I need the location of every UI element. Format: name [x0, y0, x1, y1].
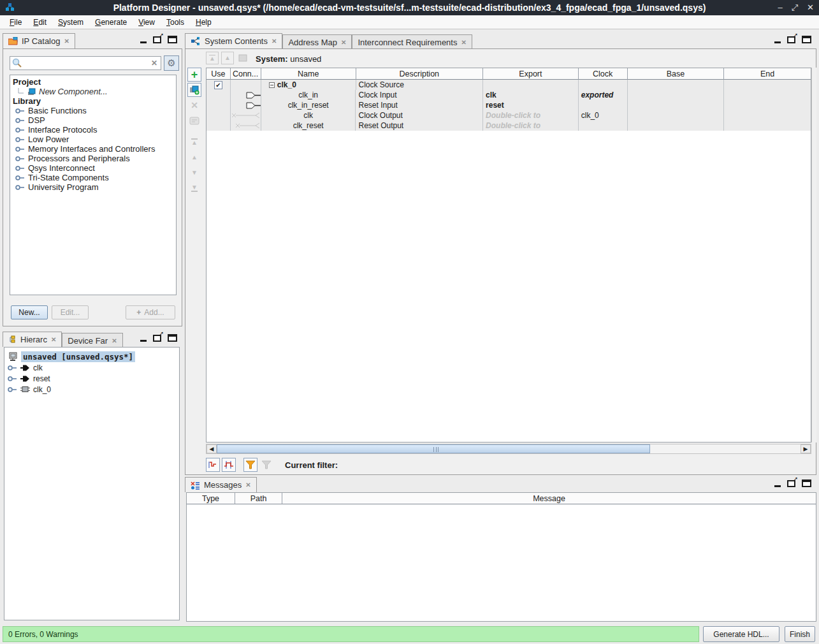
table-row-clk0[interactable]: ✔ clk_0 Clock Source — [207, 80, 811, 90]
search-settings-button[interactable]: ⚙ — [164, 55, 179, 71]
clock-cell[interactable] — [579, 80, 628, 90]
end-cell[interactable] — [724, 121, 811, 131]
input-port-icon[interactable] — [246, 102, 261, 109]
edit-button[interactable]: Edit... — [52, 305, 89, 319]
export-cell[interactable] — [483, 80, 579, 90]
use-cell[interactable] — [207, 90, 231, 100]
hierarchy-maximize-icon[interactable] — [168, 334, 177, 342]
conn-cell[interactable] — [231, 80, 261, 90]
move-top-button[interactable]: ▲ — [187, 135, 201, 149]
input-port-icon[interactable] — [246, 92, 261, 99]
system-contents-minimize-icon[interactable] — [774, 41, 781, 43]
add-button[interactable]: + Add... — [126, 305, 175, 319]
messages-minimize-icon[interactable] — [774, 485, 781, 487]
table-row-clk-in[interactable]: clk_in Clock Input clk exported — [207, 90, 811, 100]
collapse-box-icon[interactable] — [269, 82, 275, 88]
conn-cell[interactable] — [231, 100, 261, 110]
tab-device-family-close-icon[interactable]: ✕ — [112, 337, 117, 344]
close-window-icon[interactable]: ✕ — [807, 0, 814, 15]
col-use[interactable]: Use — [207, 68, 231, 80]
base-cell[interactable] — [628, 121, 725, 131]
tree-item-processors[interactable]: Processors and Peripherals — [10, 154, 176, 163]
tree-item-low-power[interactable]: Low Power — [10, 135, 176, 144]
conn-cell[interactable] — [231, 90, 261, 100]
move-up-button[interactable]: ▲ — [187, 150, 201, 165]
search-clear-icon[interactable]: ✕ — [151, 59, 157, 68]
unconnected-wire-icon[interactable] — [231, 122, 260, 129]
tab-ip-catalog[interactable]: IP Catalog ✕ — [3, 33, 75, 48]
clock-cell[interactable] — [579, 121, 628, 131]
end-cell[interactable] — [724, 110, 811, 121]
use-cell[interactable] — [207, 110, 231, 121]
table-row-clk[interactable]: clk Clock Output Double-click to clk_0 — [207, 110, 811, 121]
menu-help[interactable]: Help — [190, 17, 217, 28]
end-cell[interactable] — [724, 90, 811, 100]
base-cell[interactable] — [628, 90, 725, 100]
move-bottom-button[interactable]: ▼ — [187, 181, 201, 195]
system-contents-maximize-icon[interactable] — [802, 36, 811, 43]
base-cell[interactable] — [628, 80, 725, 90]
hierarchy-root-item[interactable]: unsaved [unsaved.qsys*] — [4, 351, 179, 362]
remove-component-button[interactable]: ✕ — [187, 98, 201, 112]
tree-item-tri-state[interactable]: Tri-State Components — [10, 173, 176, 182]
generate-hdl-button[interactable]: Generate HDL... — [703, 626, 779, 642]
filter-button[interactable] — [243, 458, 257, 472]
col-type[interactable]: Type — [187, 493, 235, 504]
col-export[interactable]: Export — [483, 68, 579, 80]
col-description[interactable]: Description — [356, 68, 484, 80]
unconnected-wire-icon[interactable] — [231, 112, 260, 119]
tab-address-map[interactable]: Address Map ✕ — [282, 34, 352, 50]
move-down-button[interactable]: ▼ — [187, 166, 201, 180]
clear-filter-button[interactable] — [259, 458, 273, 472]
horizontal-scrollbar[interactable]: ◀ ▶ — [206, 444, 811, 454]
ip-catalog-maximize-icon[interactable] — [168, 36, 177, 43]
clock-cell[interactable] — [579, 100, 628, 110]
use-cell[interactable] — [207, 121, 231, 131]
tab-interconnect-close-icon[interactable]: ✕ — [461, 39, 466, 46]
messages-maximize-icon[interactable] — [802, 479, 811, 487]
table-row-clk-reset[interactable]: clk_reset Reset Output Double-click to — [207, 121, 811, 131]
table-row-clk-in-reset[interactable]: clk_in_reset Reset Input reset — [207, 100, 811, 110]
ip-catalog-float-icon[interactable] — [153, 36, 161, 43]
add-selected-button[interactable] — [187, 83, 201, 97]
new-button[interactable]: New... — [11, 305, 48, 319]
menu-tools[interactable]: Tools — [161, 17, 190, 28]
end-cell[interactable] — [724, 100, 811, 110]
ip-catalog-minimize-icon[interactable] — [140, 41, 147, 43]
use-checkbox[interactable]: ✔ — [207, 80, 231, 90]
scroll-right-icon[interactable]: ▶ — [801, 444, 811, 453]
use-cell[interactable] — [207, 100, 231, 110]
ip-search-input[interactable]: ✕ — [10, 56, 161, 70]
tab-address-map-close-icon[interactable]: ✕ — [341, 39, 346, 46]
hierarchy-item-clk[interactable]: clk — [4, 362, 179, 373]
show-interfaces-button[interactable] — [222, 458, 236, 472]
menu-generate[interactable]: Generate — [89, 17, 133, 28]
tab-hierarchy[interactable]: Hierarc ✕ — [3, 332, 62, 347]
menu-edit[interactable]: Edit — [27, 17, 52, 28]
parent-system-button[interactable] — [236, 52, 249, 64]
collapse-system-button[interactable]: ▲ — [206, 52, 219, 64]
clock-cell[interactable]: clk_0 — [579, 110, 628, 121]
minimize-window-icon[interactable]: – — [778, 0, 782, 15]
restore-window-icon[interactable]: ⤢ — [792, 0, 798, 15]
col-connections[interactable]: Conn... — [231, 68, 261, 80]
tab-system-contents[interactable]: System Contents ✕ — [185, 33, 282, 48]
col-base[interactable]: Base — [628, 68, 725, 80]
finish-button[interactable]: Finish — [785, 626, 815, 642]
expand-system-button[interactable]: ▲ — [221, 52, 234, 64]
end-cell[interactable] — [724, 80, 811, 90]
hierarchy-item-reset[interactable]: reset — [4, 373, 179, 384]
tree-item-dsp[interactable]: DSP — [10, 115, 176, 125]
tree-item-new-component[interactable]: New Component... — [10, 87, 176, 96]
tab-messages[interactable]: Messages ✕ — [185, 477, 257, 492]
show-signals-button[interactable] — [206, 458, 220, 472]
tree-item-university-program[interactable]: University Program — [10, 182, 176, 192]
edit-parameters-button[interactable] — [187, 113, 201, 128]
conn-cell[interactable] — [231, 110, 261, 121]
tree-item-qsys-interconnect[interactable]: Qsys Interconnect — [10, 163, 176, 173]
clock-cell[interactable]: exported — [579, 90, 628, 100]
col-message[interactable]: Message — [282, 493, 816, 504]
menu-view[interactable]: View — [133, 17, 161, 28]
scroll-left-icon[interactable]: ◀ — [207, 444, 217, 453]
export-cell[interactable]: reset — [483, 100, 579, 110]
